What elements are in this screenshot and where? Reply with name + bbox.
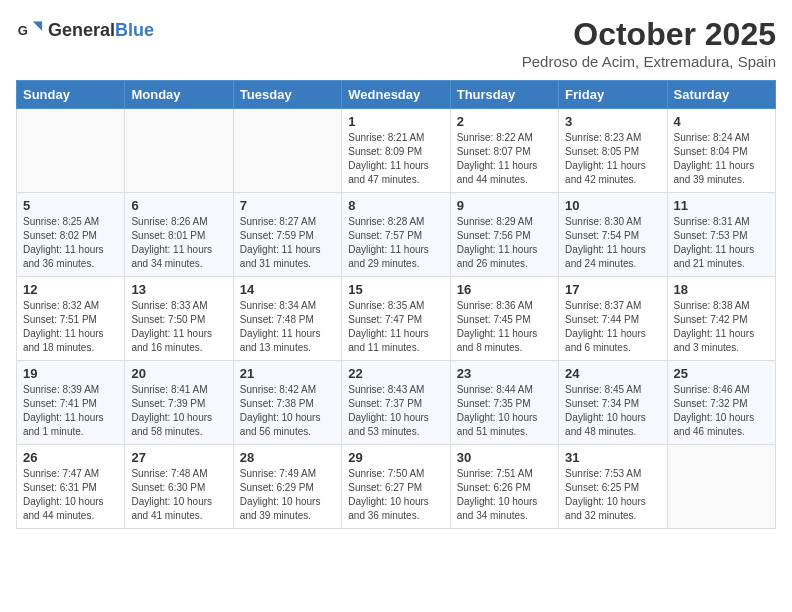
calendar-cell: 6Sunrise: 8:26 AM Sunset: 8:01 PM Daylig… [125,193,233,277]
day-number: 18 [674,282,769,297]
calendar-cell: 29Sunrise: 7:50 AM Sunset: 6:27 PM Dayli… [342,445,450,529]
calendar-cell: 18Sunrise: 8:38 AM Sunset: 7:42 PM Dayli… [667,277,775,361]
day-number: 20 [131,366,226,381]
day-info: Sunrise: 8:45 AM Sunset: 7:34 PM Dayligh… [565,383,660,439]
day-number: 13 [131,282,226,297]
calendar-cell: 10Sunrise: 8:30 AM Sunset: 7:54 PM Dayli… [559,193,667,277]
day-number: 16 [457,282,552,297]
week-row-1: 1Sunrise: 8:21 AM Sunset: 8:09 PM Daylig… [17,109,776,193]
day-info: Sunrise: 8:38 AM Sunset: 7:42 PM Dayligh… [674,299,769,355]
day-info: Sunrise: 8:26 AM Sunset: 8:01 PM Dayligh… [131,215,226,271]
day-number: 7 [240,198,335,213]
day-info: Sunrise: 7:53 AM Sunset: 6:25 PM Dayligh… [565,467,660,523]
day-number: 23 [457,366,552,381]
calendar-cell: 13Sunrise: 8:33 AM Sunset: 7:50 PM Dayli… [125,277,233,361]
day-info: Sunrise: 8:34 AM Sunset: 7:48 PM Dayligh… [240,299,335,355]
calendar-cell: 14Sunrise: 8:34 AM Sunset: 7:48 PM Dayli… [233,277,341,361]
day-number: 14 [240,282,335,297]
day-info: Sunrise: 8:35 AM Sunset: 7:47 PM Dayligh… [348,299,443,355]
day-info: Sunrise: 8:43 AM Sunset: 7:37 PM Dayligh… [348,383,443,439]
day-number: 2 [457,114,552,129]
calendar-cell: 21Sunrise: 8:42 AM Sunset: 7:38 PM Dayli… [233,361,341,445]
day-info: Sunrise: 8:23 AM Sunset: 8:05 PM Dayligh… [565,131,660,187]
week-row-3: 12Sunrise: 8:32 AM Sunset: 7:51 PM Dayli… [17,277,776,361]
day-number: 11 [674,198,769,213]
title-area: October 2025 Pedroso de Acim, Extremadur… [522,16,776,70]
weekday-header-wednesday: Wednesday [342,81,450,109]
day-number: 17 [565,282,660,297]
weekday-header-saturday: Saturday [667,81,775,109]
day-number: 29 [348,450,443,465]
day-info: Sunrise: 8:37 AM Sunset: 7:44 PM Dayligh… [565,299,660,355]
logo-text-blue: Blue [115,20,154,40]
day-number: 31 [565,450,660,465]
calendar-cell: 11Sunrise: 8:31 AM Sunset: 7:53 PM Dayli… [667,193,775,277]
calendar-cell: 26Sunrise: 7:47 AM Sunset: 6:31 PM Dayli… [17,445,125,529]
weekday-header-sunday: Sunday [17,81,125,109]
weekday-header-row: SundayMondayTuesdayWednesdayThursdayFrid… [17,81,776,109]
day-info: Sunrise: 8:39 AM Sunset: 7:41 PM Dayligh… [23,383,118,439]
day-info: Sunrise: 8:30 AM Sunset: 7:54 PM Dayligh… [565,215,660,271]
calendar-cell [233,109,341,193]
logo: G GeneralBlue [16,16,154,44]
calendar-cell: 16Sunrise: 8:36 AM Sunset: 7:45 PM Dayli… [450,277,558,361]
day-number: 22 [348,366,443,381]
calendar-cell: 3Sunrise: 8:23 AM Sunset: 8:05 PM Daylig… [559,109,667,193]
calendar-cell: 31Sunrise: 7:53 AM Sunset: 6:25 PM Dayli… [559,445,667,529]
calendar-cell: 15Sunrise: 8:35 AM Sunset: 7:47 PM Dayli… [342,277,450,361]
day-info: Sunrise: 8:36 AM Sunset: 7:45 PM Dayligh… [457,299,552,355]
week-row-5: 26Sunrise: 7:47 AM Sunset: 6:31 PM Dayli… [17,445,776,529]
day-number: 21 [240,366,335,381]
calendar-cell: 7Sunrise: 8:27 AM Sunset: 7:59 PM Daylig… [233,193,341,277]
calendar-cell: 9Sunrise: 8:29 AM Sunset: 7:56 PM Daylig… [450,193,558,277]
day-info: Sunrise: 7:49 AM Sunset: 6:29 PM Dayligh… [240,467,335,523]
page-header: G GeneralBlue October 2025 Pedroso de Ac… [16,16,776,70]
day-number: 19 [23,366,118,381]
week-row-2: 5Sunrise: 8:25 AM Sunset: 8:02 PM Daylig… [17,193,776,277]
calendar-cell [17,109,125,193]
weekday-header-tuesday: Tuesday [233,81,341,109]
day-number: 1 [348,114,443,129]
location-title: Pedroso de Acim, Extremadura, Spain [522,53,776,70]
calendar-cell: 25Sunrise: 8:46 AM Sunset: 7:32 PM Dayli… [667,361,775,445]
day-number: 10 [565,198,660,213]
calendar-body: 1Sunrise: 8:21 AM Sunset: 8:09 PM Daylig… [17,109,776,529]
day-info: Sunrise: 8:31 AM Sunset: 7:53 PM Dayligh… [674,215,769,271]
day-number: 8 [348,198,443,213]
calendar-cell: 27Sunrise: 7:48 AM Sunset: 6:30 PM Dayli… [125,445,233,529]
day-info: Sunrise: 8:42 AM Sunset: 7:38 PM Dayligh… [240,383,335,439]
day-info: Sunrise: 8:28 AM Sunset: 7:57 PM Dayligh… [348,215,443,271]
weekday-header-monday: Monday [125,81,233,109]
day-info: Sunrise: 7:51 AM Sunset: 6:26 PM Dayligh… [457,467,552,523]
day-number: 27 [131,450,226,465]
day-info: Sunrise: 8:24 AM Sunset: 8:04 PM Dayligh… [674,131,769,187]
calendar-cell: 20Sunrise: 8:41 AM Sunset: 7:39 PM Dayli… [125,361,233,445]
calendar-cell: 8Sunrise: 8:28 AM Sunset: 7:57 PM Daylig… [342,193,450,277]
calendar-cell: 23Sunrise: 8:44 AM Sunset: 7:35 PM Dayli… [450,361,558,445]
day-info: Sunrise: 8:32 AM Sunset: 7:51 PM Dayligh… [23,299,118,355]
calendar-cell: 12Sunrise: 8:32 AM Sunset: 7:51 PM Dayli… [17,277,125,361]
calendar-cell: 5Sunrise: 8:25 AM Sunset: 8:02 PM Daylig… [17,193,125,277]
day-info: Sunrise: 8:22 AM Sunset: 8:07 PM Dayligh… [457,131,552,187]
calendar-cell: 22Sunrise: 8:43 AM Sunset: 7:37 PM Dayli… [342,361,450,445]
day-number: 12 [23,282,118,297]
day-info: Sunrise: 8:33 AM Sunset: 7:50 PM Dayligh… [131,299,226,355]
calendar-cell: 1Sunrise: 8:21 AM Sunset: 8:09 PM Daylig… [342,109,450,193]
calendar-cell [125,109,233,193]
calendar-cell [667,445,775,529]
calendar-cell: 19Sunrise: 8:39 AM Sunset: 7:41 PM Dayli… [17,361,125,445]
day-number: 24 [565,366,660,381]
day-number: 15 [348,282,443,297]
calendar-cell: 28Sunrise: 7:49 AM Sunset: 6:29 PM Dayli… [233,445,341,529]
logo-text-general: General [48,20,115,40]
weekday-header-thursday: Thursday [450,81,558,109]
week-row-4: 19Sunrise: 8:39 AM Sunset: 7:41 PM Dayli… [17,361,776,445]
calendar-cell: 17Sunrise: 8:37 AM Sunset: 7:44 PM Dayli… [559,277,667,361]
day-number: 26 [23,450,118,465]
day-info: Sunrise: 8:46 AM Sunset: 7:32 PM Dayligh… [674,383,769,439]
month-title: October 2025 [522,16,776,53]
logo-icon: G [16,16,44,44]
day-info: Sunrise: 8:21 AM Sunset: 8:09 PM Dayligh… [348,131,443,187]
day-number: 28 [240,450,335,465]
day-number: 6 [131,198,226,213]
